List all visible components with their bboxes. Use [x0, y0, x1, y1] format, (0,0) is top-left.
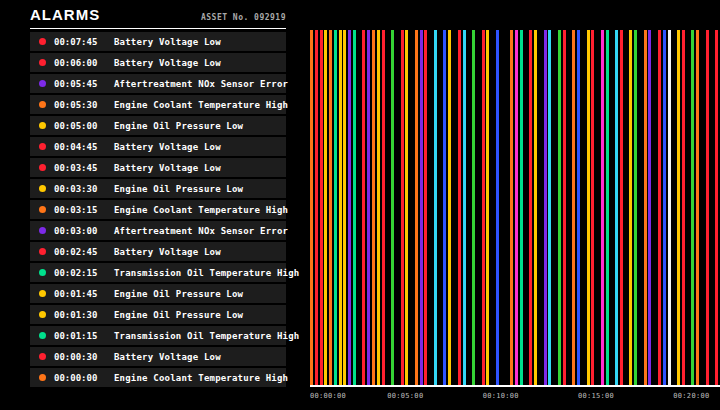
- alarm-row[interactable]: 00:01:15 Transmission Oil Temperature Hi…: [30, 326, 286, 345]
- alarm-severity-dot-icon: [39, 311, 46, 318]
- alarm-list: 00:07:45 Battery Voltage Low 00:06:00 Ba…: [30, 32, 286, 387]
- alarm-time: 00:01:15: [54, 331, 106, 341]
- event-line: [548, 30, 551, 385]
- alarms-panel-header: ALARMS ASSET No. 092919: [30, 6, 286, 29]
- event-chart[interactable]: [310, 30, 720, 387]
- event-line: [482, 30, 485, 385]
- event-line: [472, 30, 475, 385]
- alarm-severity-dot-icon: [39, 38, 46, 45]
- alarm-severity-dot-icon: [39, 101, 46, 108]
- alarm-time: 00:01:45: [54, 289, 106, 299]
- event-line: [382, 30, 385, 385]
- event-line: [682, 30, 685, 385]
- alarm-label: Engine Coolant Temperature High: [114, 100, 288, 110]
- alarm-row[interactable]: 00:03:45 Battery Voltage Low: [30, 158, 286, 177]
- event-line: [334, 30, 337, 385]
- event-line: [315, 30, 318, 385]
- event-line: [320, 30, 323, 385]
- event-line: [572, 30, 575, 385]
- alarm-severity-dot-icon: [39, 80, 46, 87]
- alarm-label: Aftertreatment NOx Sensor Error: [114, 79, 288, 89]
- alarm-time: 00:04:45: [54, 142, 106, 152]
- axis-tick-label: 00:10:00: [483, 392, 519, 400]
- event-line: [577, 30, 580, 385]
- alarm-time: 00:07:45: [54, 37, 106, 47]
- alarm-time: 00:05:30: [54, 100, 106, 110]
- alarm-label: Engine Oil Pressure Low: [114, 121, 243, 131]
- event-line: [448, 30, 451, 385]
- alarm-label: Battery Voltage Low: [114, 58, 221, 68]
- event-line: [629, 30, 632, 385]
- event-line: [634, 30, 637, 385]
- alarm-row[interactable]: 00:04:45 Battery Voltage Low: [30, 137, 286, 156]
- alarm-label: Engine Oil Pressure Low: [114, 184, 243, 194]
- event-line: [644, 30, 647, 385]
- alarm-time: 00:03:00: [54, 226, 106, 236]
- alarm-severity-dot-icon: [39, 269, 46, 276]
- alarm-severity-dot-icon: [39, 185, 46, 192]
- event-line: [663, 30, 666, 385]
- event-line: [668, 30, 671, 385]
- alarm-label: Aftertreatment NOx Sensor Error: [114, 226, 288, 236]
- alarm-severity-dot-icon: [39, 164, 46, 171]
- alarm-row[interactable]: 00:05:45 Aftertreatment NOx Sensor Error: [30, 74, 286, 93]
- event-line: [534, 30, 537, 385]
- alarm-time: 00:02:45: [54, 247, 106, 257]
- asset-number: ASSET No. 092919: [201, 13, 286, 22]
- alarm-row[interactable]: 00:00:00 Engine Coolant Temperature High: [30, 368, 286, 387]
- alarm-timeline: 00:00:0000:05:0000:10:0000:15:0000:20:00: [310, 30, 720, 410]
- alarm-row[interactable]: 00:06:00 Battery Voltage Low: [30, 53, 286, 72]
- event-line: [558, 30, 561, 385]
- alarm-time: 00:00:00: [54, 373, 106, 383]
- alarm-label: Engine Oil Pressure Low: [114, 289, 243, 299]
- alarm-row[interactable]: 00:02:45 Battery Voltage Low: [30, 242, 286, 261]
- event-line: [591, 30, 594, 385]
- alarm-row[interactable]: 00:01:30 Engine Oil Pressure Low: [30, 305, 286, 324]
- page-title: ALARMS: [30, 6, 100, 23]
- alarm-label: Engine Coolant Temperature High: [114, 373, 288, 383]
- event-line: [648, 30, 651, 385]
- time-axis: 00:00:0000:05:0000:10:0000:15:0000:20:00: [310, 392, 720, 406]
- event-line: [510, 30, 513, 385]
- alarm-row[interactable]: 00:00:30 Battery Voltage Low: [30, 347, 286, 366]
- alarm-row[interactable]: 00:03:30 Engine Oil Pressure Low: [30, 179, 286, 198]
- alarm-label: Engine Coolant Temperature High: [114, 205, 288, 215]
- event-line: [606, 30, 609, 385]
- event-line: [544, 30, 547, 385]
- event-line: [377, 30, 380, 385]
- alarm-row[interactable]: 00:03:00 Aftertreatment NOx Sensor Error: [30, 221, 286, 240]
- event-line: [367, 30, 370, 385]
- alarm-severity-dot-icon: [39, 353, 46, 360]
- alarm-severity-dot-icon: [39, 143, 46, 150]
- event-line: [415, 30, 418, 385]
- alarm-severity-dot-icon: [39, 227, 46, 234]
- alarm-label: Battery Voltage Low: [114, 247, 221, 257]
- alarm-label: Battery Voltage Low: [114, 163, 221, 173]
- event-line: [587, 30, 590, 385]
- event-line: [405, 30, 408, 385]
- alarm-severity-dot-icon: [39, 59, 46, 66]
- alarm-label: Transmission Oil Temperature High: [114, 268, 299, 278]
- alarm-time: 00:02:15: [54, 268, 106, 278]
- alarm-time: 00:03:30: [54, 184, 106, 194]
- event-line: [329, 30, 332, 385]
- event-line: [696, 30, 699, 385]
- alarm-severity-dot-icon: [39, 248, 46, 255]
- alarm-row[interactable]: 00:05:00 Engine Oil Pressure Low: [30, 116, 286, 135]
- axis-tick-label: 00:20:00: [673, 392, 709, 400]
- alarm-row[interactable]: 00:05:30 Engine Coolant Temperature High: [30, 95, 286, 114]
- event-line: [658, 30, 661, 385]
- event-line: [420, 30, 423, 385]
- alarm-row[interactable]: 00:03:15 Engine Coolant Temperature High: [30, 200, 286, 219]
- event-line: [458, 30, 461, 385]
- alarm-time: 00:06:00: [54, 58, 106, 68]
- alarm-time: 00:03:15: [54, 205, 106, 215]
- event-line: [691, 30, 694, 385]
- event-line: [563, 30, 566, 385]
- alarm-row[interactable]: 00:07:45 Battery Voltage Low: [30, 32, 286, 51]
- event-line: [372, 30, 375, 385]
- event-line: [515, 30, 518, 385]
- alarm-row[interactable]: 00:01:45 Engine Oil Pressure Low: [30, 284, 286, 303]
- alarm-row[interactable]: 00:02:15 Transmission Oil Temperature Hi…: [30, 263, 286, 282]
- event-line: [401, 30, 404, 385]
